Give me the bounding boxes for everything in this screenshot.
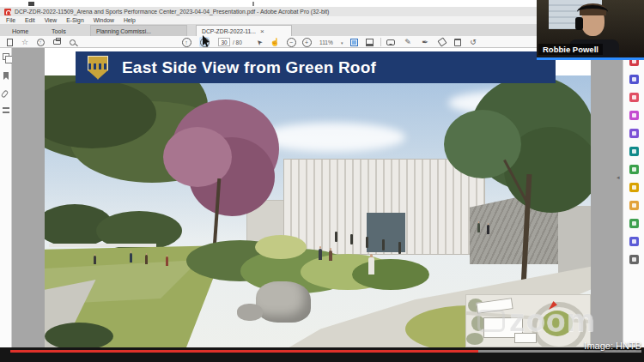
shrubs xyxy=(352,259,429,290)
chevron-down-icon[interactable]: ▾ xyxy=(341,40,343,45)
image-credit: Image: HNTB xyxy=(584,341,641,351)
stamp-tool-icon[interactable] xyxy=(629,219,639,228)
star-favorites-icon[interactable]: ☆ xyxy=(20,37,30,47)
bollard xyxy=(366,237,368,248)
video-frame: DCP-ZDR-2022-11509_Arena and Sports Perf… xyxy=(0,0,644,362)
video-progress-track[interactable] xyxy=(10,350,641,353)
cloud xyxy=(259,123,405,152)
attachments-icon[interactable] xyxy=(1,89,9,98)
bookmarks-icon[interactable] xyxy=(3,72,9,80)
tab-tools[interactable]: Tools xyxy=(52,27,66,35)
window-title: DCP-ZDR-2022-11509_Arena and Sports Perf… xyxy=(15,9,329,15)
tools-panel xyxy=(623,48,644,347)
select-tool-icon[interactable]: ➤ xyxy=(254,37,264,47)
pencil-annotate-icon[interactable]: ✎ xyxy=(403,37,413,47)
tab-label: DCP-ZDR-2022-11... xyxy=(202,28,256,34)
slide-title: East Side View from Green Roof xyxy=(122,58,376,77)
slide-title-banner: East Side View from Green Roof xyxy=(76,51,556,83)
zoom-camera-icon xyxy=(477,310,505,332)
person-figure xyxy=(144,253,149,264)
layers-icon[interactable] xyxy=(3,107,9,113)
person-figure xyxy=(318,246,323,260)
person-figure xyxy=(477,221,481,232)
tab-label: Planning Commissi... xyxy=(96,28,151,34)
comment-tool-icon[interactable] xyxy=(629,201,639,210)
zoom-out-icon[interactable]: − xyxy=(286,37,296,47)
toolbar-divider xyxy=(380,38,381,46)
railing xyxy=(49,244,156,247)
pitt-shield-logo xyxy=(88,56,108,80)
page-count-label: / 80 xyxy=(233,39,242,45)
tab-planning-commission-doc[interactable]: Planning Commissi... xyxy=(90,25,187,36)
zoom-watermark: zoom xyxy=(477,305,596,336)
tab-active-presentation-doc[interactable]: DCP-ZDR-2022-11... × xyxy=(196,25,292,36)
menu-help[interactable]: Help xyxy=(124,17,136,23)
menu-view[interactable]: View xyxy=(45,17,58,23)
request-signatures-icon[interactable] xyxy=(629,183,639,192)
headphones-earcup xyxy=(575,17,583,30)
bollard xyxy=(350,234,353,244)
fill-sign-icon[interactable] xyxy=(629,129,639,138)
cropped-text-fragment xyxy=(252,2,254,6)
protect-icon[interactable] xyxy=(629,237,639,246)
organize-pages-icon[interactable] xyxy=(629,165,639,174)
export-pdf-icon[interactable] xyxy=(629,147,639,156)
boulder-small xyxy=(237,304,263,321)
print-icon[interactable] xyxy=(52,37,62,47)
share-file-icon[interactable] xyxy=(629,111,639,120)
menu-esign[interactable]: E-Sign xyxy=(66,17,83,23)
sign-pen-icon[interactable]: ✒ xyxy=(420,37,430,47)
page-thumbnails-icon[interactable] xyxy=(3,53,9,60)
menu-window[interactable]: Window xyxy=(94,17,114,23)
save-file-icon[interactable] xyxy=(4,37,15,47)
fit-page-icon[interactable] xyxy=(349,37,359,47)
current-page-input[interactable]: 30 xyxy=(218,38,230,46)
hand-tool-icon[interactable]: ☝ xyxy=(270,37,280,47)
person-figure xyxy=(486,223,490,234)
bollard xyxy=(382,239,385,250)
share-upload-icon[interactable]: ↑ xyxy=(35,37,46,47)
menu-file[interactable]: File xyxy=(6,17,15,23)
nav-pane-rail xyxy=(0,48,12,347)
find-icon[interactable] xyxy=(67,37,77,47)
tab-close-icon[interactable]: × xyxy=(260,27,264,35)
panel-collapse-arrow-icon[interactable]: ◂ xyxy=(617,174,620,181)
undo-icon[interactable]: ↺ xyxy=(468,37,478,47)
menu-edit[interactable]: Edit xyxy=(25,17,35,23)
cropped-text-fragment xyxy=(28,2,34,6)
person-figure xyxy=(129,250,133,262)
foreground-bush xyxy=(45,323,113,347)
video-player-bar[interactable] xyxy=(0,347,644,362)
more-tools-icon[interactable] xyxy=(629,255,639,264)
stamp-icon[interactable] xyxy=(437,37,447,47)
video-progress-played xyxy=(10,350,478,353)
bollard xyxy=(335,232,337,242)
zoom-watermark-text: zoom xyxy=(509,305,596,336)
page-up-icon[interactable]: ↑ xyxy=(181,37,191,47)
participant-name-label: Robbie Powell xyxy=(538,44,603,55)
person-figure xyxy=(165,255,169,266)
combine-files-icon[interactable] xyxy=(629,75,639,84)
webcam-tile: Robbie Powell xyxy=(537,0,644,60)
bollard xyxy=(398,242,401,254)
zoom-level-select[interactable]: 111% xyxy=(319,39,333,45)
tab-home[interactable]: Home xyxy=(12,27,28,35)
comment-icon[interactable] xyxy=(386,37,396,47)
zoom-in-icon[interactable]: + xyxy=(301,37,312,47)
acrobat-app-icon xyxy=(4,9,11,15)
purple-tree xyxy=(163,127,232,187)
ornamental-grass xyxy=(255,235,307,259)
person-figure xyxy=(328,248,333,261)
edit-pdf-icon[interactable] xyxy=(629,93,639,102)
boulder xyxy=(256,281,311,323)
person-figure xyxy=(93,254,97,264)
page-display-icon[interactable] xyxy=(364,37,374,47)
person-figure xyxy=(368,254,375,275)
trash-icon[interactable] xyxy=(453,37,463,47)
